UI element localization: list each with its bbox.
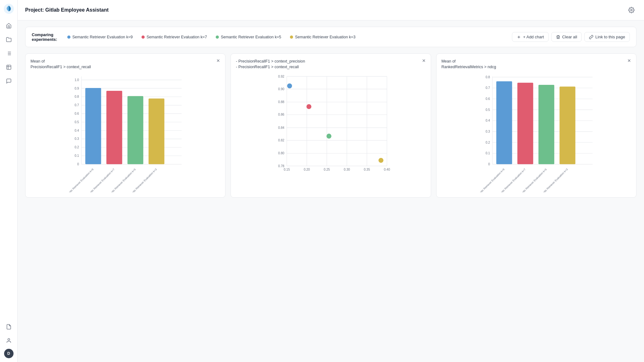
svg-rect-35 [106,91,122,164]
experiment-label-k3: Semantic Retriever Evaluation k=3 [295,35,355,39]
svg-point-72 [327,134,332,139]
svg-text:Semantic Retriever Evaluation : Semantic Retriever Evaluation k=9 [63,167,94,192]
svg-text:0.80: 0.80 [278,151,285,155]
svg-text:0.2: 0.2 [486,141,490,144]
sidebar: D [0,0,18,362]
svg-rect-37 [148,99,164,164]
user-avatar[interactable]: D [4,349,14,358]
link-label: Link to this page [595,35,625,39]
svg-rect-96 [559,87,575,164]
experiment-dot-k3 [290,36,293,39]
sidebar-item-experiments[interactable] [3,62,14,73]
chart-title-1: Mean ofPrecisionRecallF1 > context_recal… [31,59,220,70]
svg-text:0.8: 0.8 [486,75,490,79]
svg-text:0.7: 0.7 [486,86,490,90]
svg-text:0.92: 0.92 [278,75,285,78]
svg-text:0.8: 0.8 [75,95,79,98]
experiment-item-k3: Semantic Retriever Evaluation k=3 [290,35,355,39]
svg-text:0.78: 0.78 [278,164,285,168]
svg-text:0.7: 0.7 [75,103,79,107]
svg-text:0.88: 0.88 [278,100,285,104]
svg-text:0.40: 0.40 [384,168,390,171]
chart-card-3: ✕ Mean ofRankedRetrievalMetrics > ndcg [436,53,636,198]
svg-text:0.25: 0.25 [324,168,330,171]
svg-text:0.20: 0.20 [304,168,310,171]
svg-rect-36 [127,96,143,164]
svg-text:Semantic Retriever Evaluation : Semantic Retriever Evaluation k=9 [474,167,505,192]
svg-text:0.1: 0.1 [486,151,490,155]
svg-text:0.15: 0.15 [284,168,290,171]
chart-card-2: ✕ - PrecisionRecallF1 > context_precisio… [230,53,431,198]
sidebar-item-list[interactable] [3,48,14,59]
svg-rect-95 [538,85,554,164]
settings-button[interactable] [626,5,636,15]
svg-point-70 [287,84,292,89]
experiment-label-k9: Semantic Retriever Evaluation k=9 [72,35,133,39]
experiment-item-k9: Semantic Retriever Evaluation k=9 [67,35,133,39]
svg-text:0.1: 0.1 [75,154,79,157]
main-content: Project: Gitlab Employee Assistant Compa… [18,0,644,362]
chart-title-2: - PrecisionRecallF1 > context_precision-… [236,59,425,70]
svg-text:0.6: 0.6 [486,97,490,101]
link-to-page-button[interactable]: Link to this page [584,32,630,42]
svg-text:0.6: 0.6 [75,112,79,115]
svg-text:0.30: 0.30 [344,168,350,171]
experiment-items: Semantic Retriever Evaluation k=9 Semant… [67,35,502,39]
sidebar-item-folder[interactable] [3,34,14,45]
svg-point-8 [631,9,632,11]
add-chart-label: + Add chart [523,35,544,39]
svg-rect-34 [85,88,101,164]
app-logo[interactable] [4,4,14,14]
chart-title-3: Mean ofRankedRetrievalMetrics > ndcg [441,59,631,70]
svg-text:0.4: 0.4 [486,119,490,122]
sidebar-item-user[interactable] [3,335,14,346]
svg-rect-93 [496,81,512,164]
experiment-item-k5: Semantic Retriever Evaluation k=5 [216,35,281,39]
clear-all-label: Clear all [562,35,577,39]
svg-text:0.2: 0.2 [75,145,79,149]
svg-point-71 [307,104,312,109]
chart-card-1: ✕ Mean ofPrecisionRecallF1 > context_rec… [25,53,225,198]
page-title: Project: Gitlab Employee Assistant [25,7,108,13]
svg-text:0.4: 0.4 [75,129,79,132]
sidebar-item-chat[interactable] [3,75,14,87]
svg-text:0.9: 0.9 [75,87,79,90]
svg-text:0.84: 0.84 [278,126,285,129]
sidebar-item-docs[interactable] [3,321,14,332]
experiment-label-k5: Semantic Retriever Evaluation k=5 [221,35,281,39]
sidebar-item-home[interactable] [3,20,14,31]
chart-area-1: 0 0.1 0.2 0.3 0.4 0.5 0.6 0.7 0.8 0.9 1.… [31,73,220,192]
page-content: Comparingexperiments: Semantic Retriever… [18,20,644,362]
svg-text:0.86: 0.86 [278,113,285,116]
toolbar: + Add chart Clear all Link to this page [512,32,630,42]
svg-text:0.5: 0.5 [75,120,79,124]
experiments-bar: Comparingexperiments: Semantic Retriever… [25,27,636,47]
experiment-dot-k9 [67,36,70,39]
svg-text:0.82: 0.82 [278,139,285,142]
svg-text:0: 0 [488,162,490,166]
experiment-label-k7: Semantic Retriever Evaluation k=7 [147,35,207,39]
svg-text:1.0: 1.0 [75,78,79,82]
svg-text:0.5: 0.5 [486,108,490,112]
svg-rect-94 [517,83,533,164]
chart-close-2[interactable]: ✕ [421,58,427,64]
svg-text:0: 0 [77,162,79,166]
chart-close-3[interactable]: ✕ [626,58,632,64]
svg-text:0.90: 0.90 [278,87,285,91]
comparing-label: Comparingexperiments: [32,32,57,42]
chart-close-1[interactable]: ✕ [215,58,221,64]
charts-grid: ✕ Mean ofPrecisionRecallF1 > context_rec… [25,53,636,198]
svg-text:0.35: 0.35 [364,168,370,171]
page-header: Project: Gitlab Employee Assistant [18,0,644,20]
experiment-item-k7: Semantic Retriever Evaluation k=7 [142,35,207,39]
svg-text:0.3: 0.3 [75,137,79,140]
experiment-dot-k5 [216,36,219,39]
svg-point-73 [379,158,384,163]
experiment-dot-k7 [142,36,145,39]
add-chart-button[interactable]: + Add chart [512,32,548,42]
clear-all-button[interactable]: Clear all [551,32,582,42]
svg-text:0.3: 0.3 [486,130,490,133]
chart-area-2: 0.92 0.90 0.88 0.86 0.84 0.82 0.80 0.78 … [236,73,425,192]
svg-point-7 [8,338,10,340]
chart-area-3: 0 0.1 0.2 0.3 0.4 0.5 0.6 0.7 0.8 [441,73,631,192]
